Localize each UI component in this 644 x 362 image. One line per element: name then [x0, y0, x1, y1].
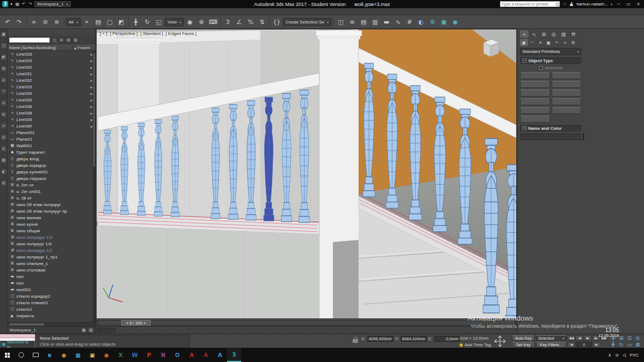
- primitive-button[interactable]: [552, 98, 582, 105]
- set-key-button[interactable]: Set Key: [512, 342, 535, 347]
- explorer-row[interactable]: ∿ Line036 ▪: [8, 103, 96, 110]
- network-icon[interactable]: ⊙: [615, 353, 619, 358]
- 3ds-max-icon[interactable]: 3: [227, 348, 241, 362]
- restore-button[interactable]: ▭: [625, 2, 632, 7]
- explorer-row[interactable]: ▱ Plane01 ▪: [8, 136, 96, 142]
- pin-icon[interactable]: ⊞: [73, 37, 79, 43]
- explorer-row[interactable]: ▯ дверь коридор ▪: [8, 162, 96, 168]
- render-setup-button[interactable]: ⚙: [427, 16, 438, 27]
- welcome-screen-button[interactable]: Welcome to M: [0, 341, 35, 348]
- current-frame-field[interactable]: [576, 342, 592, 347]
- explorer-row[interactable]: ⊞ окно полукруг 1_пр1 ▪: [8, 254, 96, 260]
- helpers-category[interactable]: ⌖: [553, 39, 560, 46]
- explorer-row[interactable]: ∿ Line029 ▪: [8, 57, 96, 64]
- mirror-button[interactable]: ◫: [335, 16, 346, 27]
- explorer-row[interactable]: ∿ Line032 ▪: [8, 77, 96, 83]
- edge-icon[interactable]: e: [43, 348, 57, 362]
- language-indicator[interactable]: РУС: [630, 353, 639, 358]
- selection-lock-toggle[interactable]: [353, 336, 359, 344]
- explorer-row[interactable]: ⊞ окно ванная ▪: [8, 214, 96, 221]
- explorer-row[interactable]: ∿ Line039 ▪: [8, 116, 96, 123]
- lights-category[interactable]: ☀: [536, 39, 544, 46]
- explorer-row[interactable]: ▯ дверь-терраса ▪: [8, 175, 96, 182]
- key-step-forward-button[interactable]: ▶: [593, 342, 600, 347]
- explorer-row[interactable]: ▢ стекло1 ▪: [8, 306, 96, 312]
- unlink-selection-button[interactable]: ⊘: [40, 16, 51, 27]
- explorer-horizontal-scrollbar[interactable]: [8, 322, 96, 326]
- object-type-rollout[interactable]: − Object Type: [520, 57, 581, 64]
- select-invert-button[interactable]: ◩: [1, 54, 7, 61]
- explorer-row[interactable]: ⊞ окно столовая ▪: [8, 267, 96, 273]
- autogrid-checkbox[interactable]: [539, 66, 543, 70]
- file-explorer-icon[interactable]: ▣: [85, 348, 99, 362]
- viewport-canvas[interactable]: [97, 29, 516, 318]
- explorer-search-input[interactable]: [9, 37, 50, 43]
- primitive-button[interactable]: [520, 116, 550, 123]
- redo-icon[interactable]: ↷: [28, 2, 33, 7]
- search-icon[interactable]: [556, 3, 559, 6]
- key-mode-dropdown[interactable]: Selected▾: [536, 335, 567, 341]
- time-slider-track[interactable]: [97, 320, 516, 325]
- explorer-row[interactable]: ∿ Line028 ▪: [8, 51, 96, 57]
- previous-frame-button[interactable]: ◀: [576, 335, 583, 341]
- lock-cell-editing-button[interactable]: ∞: [1, 123, 7, 129]
- onenote-icon[interactable]: N: [156, 348, 170, 362]
- edit-named-selection-sets-button[interactable]: {}: [271, 16, 282, 27]
- select-link-button[interactable]: ∞: [28, 16, 39, 27]
- go-to-start-button[interactable]: ◀◀: [568, 335, 575, 341]
- object-color-swatch[interactable]: [583, 133, 584, 140]
- word-icon[interactable]: W: [128, 348, 142, 362]
- explorer-row[interactable]: ▬ пол001 ▪: [8, 286, 96, 293]
- name-column-header[interactable]: Name (Sorted Ascending): [8, 45, 73, 50]
- explorer-row[interactable]: ∿ Line038 ▪: [8, 110, 96, 116]
- zoom-extents-button[interactable]: ⊡: [625, 335, 634, 341]
- undo-icon[interactable]: ↶: [22, 2, 27, 7]
- spinner-snap-toggle[interactable]: ⇅: [257, 16, 267, 27]
- utilities-tab[interactable]: ⚒: [569, 31, 577, 38]
- select-and-manipulate-button[interactable]: ⊕: [196, 16, 207, 27]
- close-button[interactable]: ×: [635, 2, 642, 7]
- search-icon[interactable]: [51, 37, 57, 43]
- dock-icon[interactable]: ▤: [81, 327, 87, 333]
- keyboard-shortcut-override-toggle[interactable]: ⌨: [207, 16, 218, 27]
- explorer-row[interactable]: ⊞ о. 2эт сп ▪: [8, 182, 96, 188]
- rectangular-selection-region-button[interactable]: ▢: [104, 16, 115, 27]
- explorer-row[interactable]: ▱ Plane001 ▪: [8, 129, 96, 136]
- cortana-search-button[interactable]: [14, 348, 28, 362]
- next-frame-arrow-icon[interactable]: ▶: [144, 321, 146, 324]
- explorer-row[interactable]: ▯ дверь вход ▪: [8, 155, 96, 162]
- acrobat-icon[interactable]: A: [184, 348, 199, 362]
- account-name[interactable]: harhun.natash...: [576, 2, 608, 7]
- explorer-row[interactable]: ⊞ окно полукруг 1/2 ▪: [8, 247, 96, 254]
- excel-icon[interactable]: X: [114, 348, 128, 362]
- window-crossing-toggle[interactable]: ◩: [116, 16, 127, 27]
- shapes-category[interactable]: ◠: [528, 39, 536, 46]
- y-coordinate-field[interactable]: [401, 336, 427, 342]
- material-editor-button[interactable]: ◐: [415, 16, 426, 27]
- find-case-sensitive-button[interactable]: A: [1, 77, 7, 83]
- show-hidden-icons-button[interactable]: ∧: [608, 353, 611, 358]
- chrome-icon[interactable]: ◉: [57, 348, 71, 362]
- material-filter-button[interactable]: ◐: [1, 168, 7, 175]
- select-influences-button[interactable]: ⊙: [1, 100, 7, 106]
- explorer-row[interactable]: ⊞ окно кухня ▪: [8, 221, 96, 227]
- undo-button[interactable]: ↶: [2, 16, 13, 27]
- select-and-move-button[interactable]: ╋: [130, 16, 141, 27]
- explorer-row[interactable]: ⊞ окно общая ▪: [8, 227, 96, 234]
- key-filters-button[interactable]: Key Filters...: [536, 342, 567, 347]
- favorites-icon[interactable]: ☆: [563, 2, 567, 7]
- field-of-view-button[interactable]: ◎: [634, 335, 642, 341]
- explorer-row[interactable]: ⊞ окно 2й этаж полукруг пр ▪: [8, 208, 96, 214]
- app-menu-arrow-icon[interactable]: ▾: [10, 2, 13, 7]
- explorer-row[interactable]: ▬ пол ▪: [8, 273, 96, 280]
- explorer-row[interactable]: ◣ терасса ▪: [8, 312, 96, 319]
- explorer-row[interactable]: ∿ Line031 ▪: [8, 70, 96, 77]
- maxscript-mini-listener[interactable]: [0, 334, 35, 338]
- reference-coordinate-dropdown[interactable]: View▾: [165, 18, 184, 26]
- named-selection-set-dropdown[interactable]: Create Selection Se▾: [283, 18, 331, 26]
- explorer-row[interactable]: ⊞ окно полукруг 1/4 ▪: [8, 240, 96, 247]
- rendered-frame-window-button[interactable]: ▣: [438, 16, 449, 27]
- autodesk-icon[interactable]: A: [199, 348, 213, 362]
- explorer-row[interactable]: ∿ Line035 ▪: [8, 96, 96, 103]
- volume-icon[interactable]: ◁: [623, 353, 626, 358]
